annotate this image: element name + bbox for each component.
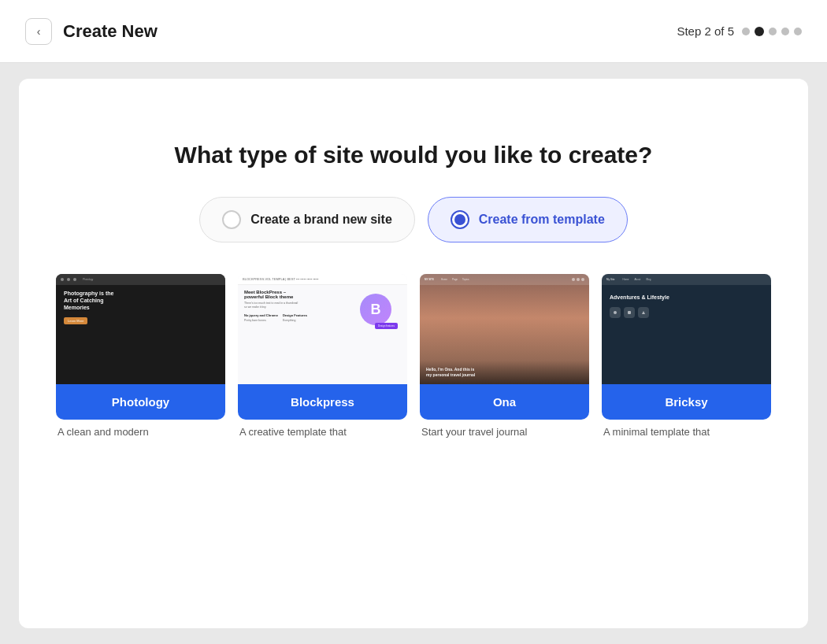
template-preview-blockpress: BLOCKPRESS-VOL TEMPLA | BEST ••• ••••• •…: [238, 274, 407, 384]
option-brand-new[interactable]: Create a brand new site: [199, 197, 415, 242]
svg-marker-2: [642, 311, 645, 314]
page-title: Create New: [63, 21, 158, 42]
svg-rect-1: [628, 311, 631, 314]
template-label-ona: Ona: [420, 384, 589, 420]
dot-4: [781, 28, 789, 35]
dot-3: [769, 28, 777, 35]
option-from-template[interactable]: Create from template: [428, 197, 628, 242]
radio-from-template: [451, 210, 469, 229]
dot-2: [755, 27, 764, 36]
main-question: What type of site would you like to crea…: [175, 142, 653, 168]
step-label: Step 2 of 5: [677, 24, 734, 38]
template-label-blockpress: Blockpress: [238, 384, 407, 420]
templates-section: Photology Photography is theArt of Catch…: [19, 274, 808, 457]
template-desc-photology: A clean and modern: [56, 426, 225, 438]
option-from-template-label: Create from template: [479, 213, 605, 227]
template-desc-ona: Start your travel journal: [420, 426, 589, 438]
template-label-photology: Photology: [56, 384, 225, 420]
header: ‹ Create New Step 2 of 5: [0, 0, 827, 63]
dot-1: [742, 28, 750, 35]
template-preview-bricksy: My Site Home About Blog Adventures & Lif…: [602, 274, 771, 384]
question-section: What type of site would you like to crea…: [19, 79, 808, 274]
main-card: What type of site would you like to crea…: [19, 79, 808, 628]
template-preview-photology: Photology Photography is theArt of Catch…: [56, 274, 225, 384]
radio-brand-new: [222, 210, 241, 229]
header-right: Step 2 of 5: [677, 24, 802, 38]
template-desc-bricksy: A minimal template that: [602, 426, 771, 438]
step-dots: [742, 27, 802, 36]
back-button[interactable]: ‹: [25, 18, 52, 45]
header-left: ‹ Create New: [25, 18, 158, 45]
template-desc-blockpress: A creative template that: [238, 426, 407, 438]
template-card-photology[interactable]: Photology Photography is theArt of Catch…: [56, 274, 225, 438]
main-wrapper: What type of site would you like to crea…: [0, 63, 827, 644]
template-label-bricksy: Bricksy: [602, 384, 771, 420]
template-card-bricksy[interactable]: My Site Home About Blog Adventures & Lif…: [602, 274, 771, 438]
template-preview-ona: MY SITE Home Page Topics Hello, I'm O: [420, 274, 589, 384]
options-row: Create a brand new site Create from temp…: [199, 197, 628, 242]
svg-point-0: [614, 311, 617, 314]
dot-5: [794, 28, 802, 35]
template-card-ona[interactable]: MY SITE Home Page Topics Hello, I'm O: [420, 274, 589, 438]
option-brand-new-label: Create a brand new site: [250, 213, 392, 227]
template-card-blockpress[interactable]: BLOCKPRESS-VOL TEMPLA | BEST ••• ••••• •…: [238, 274, 407, 438]
